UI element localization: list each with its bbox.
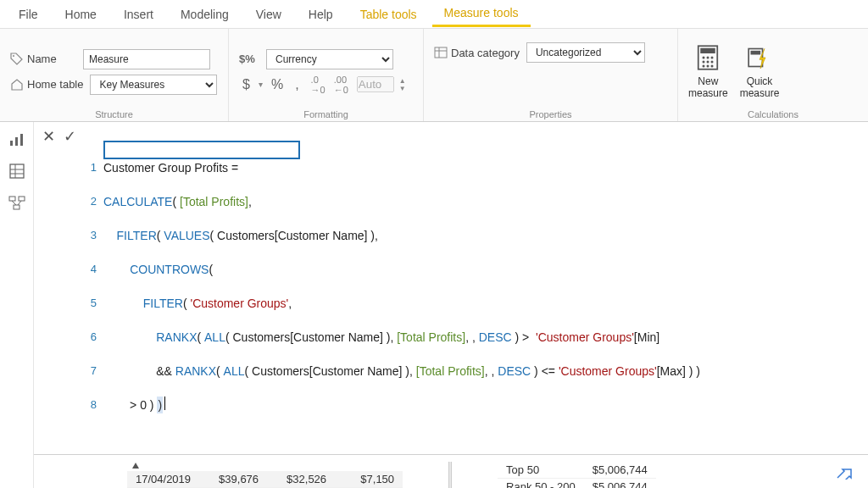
commit-formula-icon[interactable]: ✓ [64, 127, 76, 146]
ribbon: Name Home table Key Measures Structure $… [0, 29, 868, 122]
left-data-table[interactable]: 17/04/2019$39,676$32,526$7,15018/04/2019… [127, 471, 403, 488]
ribbon-label-structure: Structure [10, 108, 218, 119]
ribbon-label-formatting: Formatting [239, 108, 413, 119]
tag-icon [10, 53, 24, 66]
svg-line-28 [18, 201, 21, 205]
format-select[interactable]: Currency [266, 49, 393, 69]
percent-button[interactable]: % [268, 77, 287, 92]
table-row[interactable]: Rank 50 - 200$5,006,744 [498, 479, 656, 489]
spinner-down[interactable]: ▼ [399, 85, 406, 92]
cancel-formula-icon[interactable]: ✕ [42, 127, 55, 146]
name-label: Name [27, 53, 57, 65]
svg-point-11 [711, 60, 714, 63]
highlight-box [103, 141, 300, 159]
svg-rect-26 [14, 205, 19, 209]
svg-point-9 [703, 60, 705, 63]
home-table-icon [10, 78, 24, 92]
measure-name-input[interactable] [83, 49, 210, 69]
svg-rect-17 [10, 141, 13, 146]
table-row[interactable]: 17/04/2019$39,676$32,526$7,150 [127, 471, 403, 488]
calculator-icon [696, 45, 720, 75]
svg-line-27 [12, 201, 16, 205]
svg-rect-18 [15, 137, 18, 146]
home-table-select[interactable]: Key Measures [90, 75, 217, 95]
menu-help[interactable]: Help [297, 3, 345, 26]
table-row[interactable]: Top 50$5,006,744 [498, 462, 656, 479]
formula-bar: ✕ ✓ 1Customer Group Profits = 2CALCULATE… [34, 122, 868, 455]
svg-rect-1 [435, 47, 447, 58]
svg-point-6 [703, 56, 705, 58]
text-caret-icon [164, 396, 165, 410]
menu-insert[interactable]: Insert [112, 3, 165, 26]
ribbon-group-properties: Data category Uncategorized Properties [424, 29, 678, 121]
subscribe-badge [836, 468, 853, 480]
quick-measure-button[interactable]: Quick measure [740, 45, 780, 99]
svg-point-7 [707, 56, 709, 58]
format-prefix-label: $% [239, 53, 259, 65]
svg-rect-5 [701, 47, 716, 53]
ribbon-label-properties: Properties [434, 108, 667, 119]
svg-rect-25 [19, 197, 25, 201]
dec-down-button[interactable]: .0→0 [308, 75, 329, 95]
dax-editor[interactable]: 1Customer Group Profits = 2CALCULATE( [T… [85, 122, 868, 454]
ribbon-group-formatting: $% Currency $▾ % , .0→0 .00←0 ▲▼ Formatt… [229, 29, 424, 121]
quick-calc-icon [748, 45, 771, 75]
menu-view[interactable]: View [244, 3, 293, 26]
dec-up-button[interactable]: .00←0 [331, 75, 352, 95]
top-menu-bar: File Home Insert Modeling View Help Tabl… [0, 0, 868, 29]
svg-point-14 [711, 64, 714, 67]
left-view-rail [0, 122, 34, 488]
svg-point-13 [707, 64, 709, 67]
svg-point-12 [703, 64, 705, 67]
svg-point-8 [711, 56, 714, 58]
svg-rect-24 [9, 197, 15, 201]
ribbon-group-structure: Name Home table Key Measures Structure [0, 29, 229, 121]
data-view-icon[interactable] [8, 163, 25, 180]
data-category-icon [434, 46, 448, 59]
new-measure-button[interactable]: New measure [688, 45, 728, 99]
svg-rect-16 [751, 50, 761, 54]
ribbon-label-calculations: Calculations [688, 108, 858, 119]
menu-table-tools[interactable]: Table tools [348, 3, 429, 26]
ribbon-group-calculations: New measure Quick measure Calculations [678, 29, 868, 121]
svg-point-0 [13, 55, 14, 57]
sort-ascending-icon[interactable] [132, 463, 139, 469]
model-view-icon[interactable] [8, 195, 25, 212]
home-table-label: Home table [27, 78, 83, 91]
data-category-label: Data category [451, 47, 520, 59]
menu-file[interactable]: File [7, 3, 50, 26]
report-view-icon[interactable] [8, 130, 25, 147]
vertical-divider[interactable] [448, 462, 452, 488]
menu-home[interactable]: Home [53, 3, 108, 26]
menu-measure-tools[interactable]: Measure tools [432, 1, 531, 27]
svg-rect-20 [10, 164, 24, 178]
svg-rect-19 [20, 134, 23, 146]
spinner-up[interactable]: ▲ [399, 77, 406, 85]
right-summary-table[interactable]: Top 50$5,006,744Rank 50 - 200$5,006,744T… [498, 462, 656, 488]
comma-button[interactable]: , [292, 77, 302, 92]
menu-modeling[interactable]: Modeling [169, 3, 241, 26]
decimal-auto-input[interactable] [357, 76, 394, 92]
data-category-select[interactable]: Uncategorized [526, 42, 645, 63]
svg-point-10 [707, 60, 709, 63]
currency-button[interactable]: $ [239, 77, 253, 92]
